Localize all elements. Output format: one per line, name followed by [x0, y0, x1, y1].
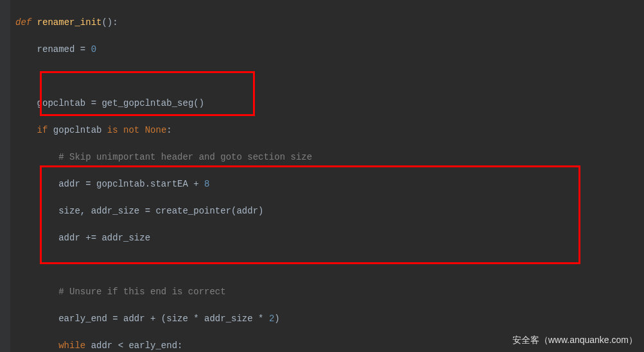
keyword-def: def — [15, 17, 31, 28]
code-line: addr += addr_size — [15, 231, 644, 245]
comment: # Unsure if this end is correct — [58, 287, 225, 297]
editor-gutter — [0, 0, 10, 352]
code-line: size, addr_size = create_pointer(addr) — [15, 205, 644, 218]
code-line: # Skip unimportant header and goto secti… — [15, 151, 644, 164]
keyword-if: if — [37, 125, 48, 135]
code-line: # Unsure if this end is correct — [15, 285, 644, 299]
watermark: 安全客（www.anquanke.com） — [512, 333, 638, 347]
code-line: if gopclntab is not None: — [15, 124, 644, 137]
code-line: addr = gopclntab.startEA + 8 — [15, 178, 644, 191]
code-line — [15, 70, 644, 83]
func-name: renamer_init — [37, 17, 102, 28]
code-editor[interactable]: def renamer_init(): renamed = 0 gopclnta… — [10, 0, 644, 352]
code-line: early_end = addr + (size * addr_size * 2… — [15, 312, 644, 326]
code-line — [15, 258, 644, 272]
keyword-while: while — [58, 340, 85, 351]
code-line: def renamer_init(): — [15, 16, 644, 29]
comment: # Skip unimportant header and goto secti… — [58, 152, 312, 162]
code-line: renamed = 0 — [15, 43, 644, 56]
code-line: gopclntab = get_gopclntab_seg() — [15, 97, 644, 110]
